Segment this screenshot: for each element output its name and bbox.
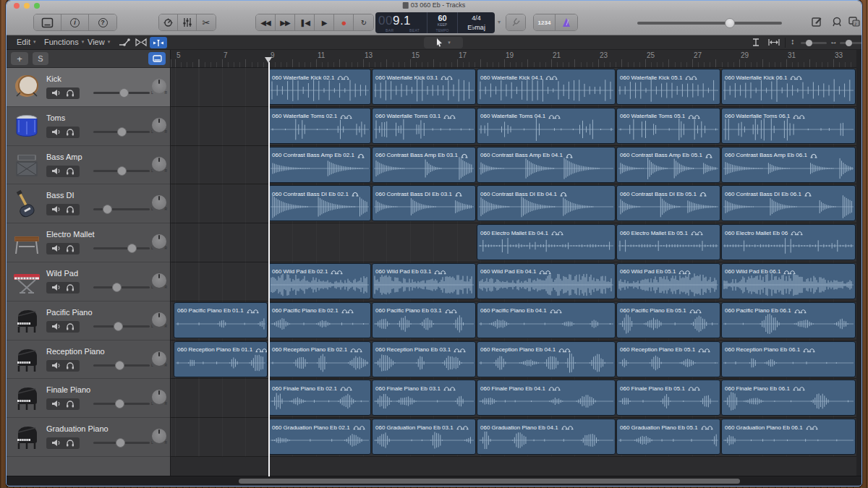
playhead-marker[interactable] bbox=[265, 57, 272, 63]
audio-region[interactable]: 060 Pacific Piano Eb 04.1 bbox=[477, 302, 616, 338]
lcd-key-cell[interactable]: 4/4 E♭maj bbox=[458, 12, 495, 33]
solo-button[interactable] bbox=[66, 359, 75, 372]
fit-project-button[interactable] bbox=[767, 38, 780, 48]
track-volume-thumb[interactable] bbox=[115, 399, 124, 408]
mute-button[interactable] bbox=[51, 359, 61, 372]
audio-region[interactable]: 060 Finale Piano Eb 03.1 bbox=[372, 380, 476, 416]
media-browser-button[interactable]: ♪ bbox=[848, 16, 861, 30]
track-lane-toms[interactable]: 060 Waterfalle Toms 02.1060 Waterfalle T… bbox=[171, 107, 856, 146]
lcd-position-cell[interactable]: 009.1 BAR BEAT bbox=[375, 12, 427, 33]
pan-knob[interactable]: LR bbox=[152, 118, 166, 132]
bar-ruler[interactable]: 579111315171921232527293133 bbox=[171, 50, 856, 68]
audio-region[interactable]: 060 Pacific Piano Eb 01.1 bbox=[174, 302, 268, 338]
zoom-window-button[interactable] bbox=[34, 3, 40, 9]
mute-button[interactable] bbox=[51, 242, 61, 255]
audio-region[interactable]: 060 Reception Piano Eb 06.1 bbox=[721, 341, 856, 377]
audio-region[interactable]: 060 Reception Piano Eb 04.1 bbox=[477, 341, 616, 377]
horizontal-zoom-slider[interactable] bbox=[840, 42, 862, 44]
mute-button[interactable] bbox=[51, 165, 61, 178]
pan-knob[interactable]: LR bbox=[152, 390, 166, 404]
audio-region[interactable]: 060 Waterfalle Kick 05.1 bbox=[616, 69, 720, 105]
audio-region[interactable]: 060 Contrast Bass DI Eb 06.1 bbox=[721, 185, 856, 221]
lcd-display[interactable]: 009.1 BAR BEAT 60 KEEP TEMPO 4/4 E♭maj bbox=[375, 12, 495, 33]
solo-button[interactable] bbox=[66, 437, 75, 450]
track-lane-electro-mallet[interactable]: 060 Electro Mallet Eb 04.1060 Electro Ma… bbox=[171, 223, 856, 262]
audio-region[interactable]: 060 Finale Piano Eb 06.1 bbox=[721, 380, 856, 416]
vertical-zoom-slider[interactable] bbox=[801, 42, 827, 44]
track-volume-thumb[interactable] bbox=[115, 361, 124, 370]
audio-region[interactable]: 060 Contrast Bass Amp Eb 06.1 bbox=[721, 147, 856, 183]
fast-forward-button[interactable]: ▶▶ bbox=[276, 14, 295, 30]
audio-region[interactable]: 060 Finale Piano Eb 02.1 bbox=[268, 380, 371, 416]
audio-region[interactable]: 060 Contrast Bass Amp Eb 04.1 bbox=[477, 147, 616, 183]
audio-region[interactable]: 060 Graduation Piano Eb 05.1 bbox=[616, 419, 720, 455]
functions-menu[interactable]: Functions▾ bbox=[44, 38, 84, 46]
audio-region[interactable]: 060 Waterfalle Toms 02.1 bbox=[268, 108, 371, 144]
audio-region[interactable]: 060 Waterfalle Kick 04.1 bbox=[477, 69, 616, 105]
audio-region[interactable]: 060 Pacific Piano Eb 05.1 bbox=[616, 302, 720, 338]
solo-button[interactable] bbox=[66, 281, 75, 294]
catch-playhead-button[interactable] bbox=[150, 37, 167, 48]
track-volume-slider[interactable] bbox=[93, 92, 150, 94]
track-volume-thumb[interactable] bbox=[119, 88, 129, 98]
track-header-reception-piano[interactable]: Reception PianoLR bbox=[7, 341, 170, 380]
mute-button[interactable] bbox=[51, 281, 61, 294]
track-volume-thumb[interactable] bbox=[117, 166, 127, 176]
audio-region[interactable]: 060 Reception Piano Eb 01.1 bbox=[174, 341, 268, 377]
mute-button[interactable] bbox=[51, 87, 61, 100]
track-header-finale-piano[interactable]: Finale PianoLR bbox=[7, 379, 170, 418]
track-volume-slider[interactable] bbox=[93, 131, 150, 133]
pan-knob[interactable]: LR bbox=[152, 273, 166, 288]
track-header-bass-di[interactable]: Bass DILR bbox=[7, 184, 170, 223]
solo-button[interactable] bbox=[66, 398, 75, 411]
track-header-electro-mallet[interactable]: Electro MalletLR bbox=[7, 223, 170, 262]
metronome-button[interactable] bbox=[556, 14, 577, 30]
horizontal-scrollbar[interactable] bbox=[7, 476, 861, 485]
play-button[interactable]: ▶ bbox=[315, 14, 334, 30]
audio-region[interactable]: 060 Waterfalle Kick 03.1 bbox=[372, 69, 476, 105]
automation-button[interactable] bbox=[118, 38, 131, 48]
audio-region[interactable]: 060 Waterfalle Toms 05.1 bbox=[616, 108, 720, 144]
track-volume-thumb[interactable] bbox=[117, 127, 127, 137]
pan-knob[interactable]: LR bbox=[152, 79, 166, 93]
solo-button[interactable] bbox=[66, 87, 75, 100]
solo-button[interactable] bbox=[66, 242, 75, 255]
master-volume-thumb[interactable] bbox=[725, 18, 735, 28]
minimize-window-button[interactable] bbox=[24, 3, 30, 9]
record-button[interactable]: ● bbox=[334, 14, 354, 30]
audio-region[interactable]: 060 Waterfalle Kick 06.1 bbox=[721, 69, 856, 105]
audio-region[interactable]: 060 Contrast Bass Amp Eb 05.1 bbox=[616, 147, 720, 183]
vertical-scrollbar-gutter[interactable] bbox=[856, 50, 861, 476]
lcd-tempo-cell[interactable]: 60 KEEP TEMPO bbox=[427, 12, 458, 33]
track-header-pacific-piano[interactable]: Pacific PianoLR bbox=[7, 301, 170, 341]
audio-region[interactable]: 060 Contrast Bass Amp Eb 02.1 bbox=[268, 147, 371, 183]
audio-region[interactable]: 060 Reception Piano Eb 03.1 bbox=[372, 341, 476, 377]
solo-button[interactable] bbox=[66, 203, 75, 216]
pan-knob[interactable]: LR bbox=[152, 195, 166, 210]
empty-lane-area[interactable] bbox=[171, 457, 856, 476]
track-lane-finale-piano[interactable]: 060 Finale Piano Eb 02.1060 Finale Piano… bbox=[171, 379, 856, 418]
master-solo-button[interactable]: S bbox=[33, 52, 48, 65]
mute-button[interactable] bbox=[51, 203, 61, 216]
audio-region[interactable]: 060 Waterfalle Kick 02.1 bbox=[268, 69, 371, 105]
flex-button[interactable] bbox=[135, 38, 148, 48]
audio-region[interactable]: 060 Wild Pad Eb 06.1 bbox=[721, 263, 856, 299]
tool-selector[interactable]: ▾ bbox=[424, 37, 463, 48]
cycle-button[interactable]: ↻ bbox=[354, 14, 373, 30]
solo-button[interactable] bbox=[66, 126, 75, 139]
track-header-wild-pad[interactable]: Wild PadLR bbox=[7, 262, 170, 301]
pan-knob[interactable]: LR bbox=[152, 429, 166, 443]
master-volume-slider[interactable] bbox=[637, 22, 782, 25]
pan-knob[interactable]: LR bbox=[152, 234, 166, 249]
vertical-zoom-thumb[interactable] bbox=[806, 40, 812, 46]
track-volume-slider[interactable] bbox=[93, 325, 150, 328]
editors-button[interactable]: ✂ bbox=[197, 14, 216, 30]
mixer-button[interactable] bbox=[178, 14, 197, 30]
audio-region[interactable]: 060 Graduation Piano Eb 02.1 bbox=[268, 419, 371, 455]
track-header-toms[interactable]: TomsLR bbox=[7, 107, 170, 146]
go-to-beginning-button[interactable]: ❚◀ bbox=[295, 14, 315, 30]
track-volume-thumb[interactable] bbox=[116, 438, 125, 448]
track-volume-slider[interactable] bbox=[93, 170, 150, 172]
track-volume-slider[interactable] bbox=[93, 364, 150, 367]
track-lane-bass-di[interactable]: 060 Contrast Bass DI Eb 02.1060 Contrast… bbox=[171, 184, 856, 223]
